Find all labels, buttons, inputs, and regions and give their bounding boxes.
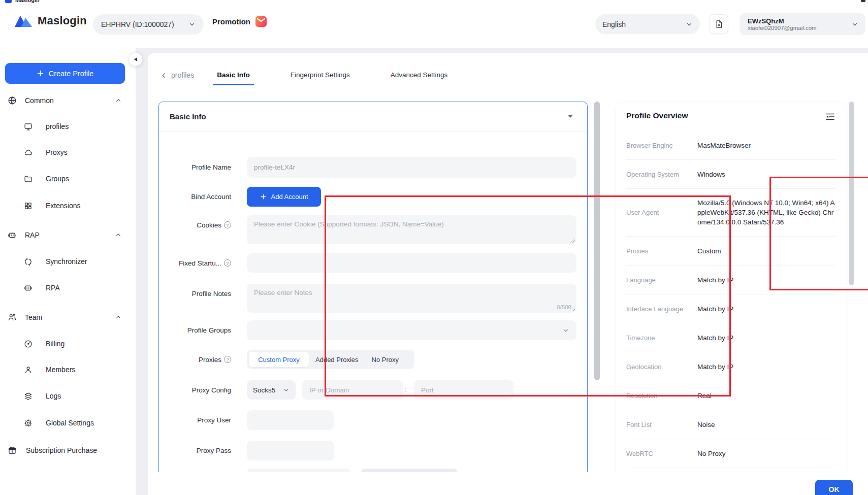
sidebar-item-logs[interactable]: Logs [0,386,136,406]
tab-basic-info[interactable]: Basic Info [207,65,260,85]
chevron-up-icon [115,232,122,241]
sidebar-section-rap[interactable]: RAP [0,225,136,245]
sidebar-item-synchronizer[interactable]: Synchronizer [0,251,136,272]
sidebar-item-extensions[interactable]: Extensions [0,195,136,216]
document-icon [715,19,723,29]
add-account-button[interactable]: Add Account [247,187,321,207]
overview-row-value: Windows [697,170,835,179]
proxy-tab-added-proxies[interactable]: Added Proxies [309,352,365,367]
sidebar-label: Billing [46,340,65,348]
sidebar-collapse-button[interactable] [129,53,142,66]
sidebar-item-members[interactable]: Members [0,359,136,380]
chevron-left-icon [160,72,167,79]
proxy-type-value: Socks5 [253,386,275,394]
sidebar-label: RPA [46,284,60,292]
sidebar-item-groups[interactable]: Groups [0,169,136,189]
sidebar-label: Team [25,313,42,321]
language-selector[interactable]: English [595,14,700,34]
overview-row-operating-system: Operating SystemWindows [626,160,835,189]
profile-overview-title: Profile Overview [626,111,688,120]
overview-row-value: MasMateBrowser [697,141,835,150]
proxy-tab-no-proxy[interactable]: No Proxy [365,352,405,367]
proxy-ip-input[interactable] [302,380,403,400]
overview-row-value: Match by IP [697,304,835,314]
chevron-down-icon [188,21,196,28]
help-icon[interactable] [224,221,231,228]
sidebar-label: Global Settings [46,419,94,427]
sidebar-item-profiles[interactable]: profiles [0,116,136,137]
sidebar-item-proxys[interactable]: Proxys [0,142,136,162]
account-menu[interactable]: EWzSQhzM xiaofei020907@gmail.com [740,13,865,35]
promotion-envelope-icon [255,16,267,27]
overview-list-icon[interactable] [826,113,834,122]
overview-row-language: LanguageMatch by IP [626,266,835,294]
sidebar-label: Members [46,366,75,374]
sidebar-item-billing[interactable]: Billing [0,334,136,354]
brand: Maslogin [14,13,87,28]
chevron-left-icon [134,57,137,61]
breadcrumb-back[interactable]: profiles [160,71,194,79]
overview-row-label: Proxies [626,247,697,255]
fixed-startup-input[interactable] [247,253,576,273]
overview-row-timezone: TimezoneMatch by IP [626,323,835,352]
sidebar-item-subscription-purchase[interactable]: Subscription Purchase [0,440,136,460]
overview-row-webrtc: WebRTCNo Proxy [626,439,835,468]
main-panel: profiles Basic Info Fingerprint Settings… [148,53,868,495]
overview-row-label: Browser Engine [626,142,697,149]
page-scrollbar-thumb[interactable] [849,102,854,285]
overview-row-resolution: ResolutionReal [626,381,835,410]
breadcrumb-label: profiles [171,71,194,79]
workspace-selector[interactable]: EHPHRV (ID:1000027) [93,14,204,35]
billing-icon [23,340,33,348]
profile-name-input[interactable] [247,157,576,178]
proxy-mode-segmented: Custom Proxy Added Proxies No Proxy [247,350,414,369]
proxy-tab-custom-proxy[interactable]: Custom Proxy [249,352,309,367]
app-header: Maslogin EHPHRV (ID:1000027) Promotion E… [0,0,868,48]
overview-row-value: Noise [697,420,835,430]
sidebar-label: RAP [25,231,40,239]
chevron-down-icon [851,21,858,28]
sidebar-item-global-settings[interactable]: Global Settings [0,413,136,433]
help-icon[interactable] [224,356,231,363]
sidebar-label: Logs [46,392,61,400]
proxy-type-select[interactable]: Socks5 [247,380,296,400]
profile-overview-card: Profile Overview Browser EngineMasMateBr… [616,103,846,476]
sync-icon [23,257,33,266]
sidebar-section-team[interactable]: Team [0,307,136,327]
overview-row-value: Custom [697,246,835,256]
profile-notes-textarea[interactable] [247,284,576,313]
layers-icon [23,392,33,401]
form-scrollbar-thumb[interactable] [594,102,600,380]
ok-button[interactable]: OK [815,480,853,495]
footer-bar: OK [148,472,868,495]
create-profile-label: Create Profile [49,70,94,78]
help-icon[interactable] [224,259,231,267]
notes-char-counter: 0/500 [557,304,571,310]
overview-row-label: Operating System [626,171,697,178]
create-profile-button[interactable]: Create Profile [5,63,125,84]
grid-icon [23,202,33,210]
profile-groups-select[interactable] [247,320,576,340]
basic-info-header[interactable]: Basic Info [159,102,587,131]
docs-button[interactable] [710,14,728,34]
proxy-port-input[interactable] [414,380,513,400]
brand-name: Maslogin [38,14,87,27]
sidebar-label: Groups [46,175,69,183]
overview-row-label: Geolocation [626,363,697,371]
bind-account-label: Bind Account [159,187,231,207]
sidebar-section-common[interactable]: Common [0,90,136,111]
sidebar-item-rpa[interactable]: RPA [0,278,136,298]
cookies-textarea[interactable] [247,215,576,244]
overview-row-browser-engine: Browser EngineMasMateBrowser [626,131,835,160]
sidebar: Create Profile CommonprofilesProxysGroup… [0,48,136,495]
basic-info-card: Basic Info Profile Name Bind Account Add… [158,102,588,495]
promotion-link[interactable]: Promotion [212,16,267,27]
basic-info-title: Basic Info [170,112,206,121]
proxy-user-input[interactable] [247,410,334,430]
overview-row-font-list: Font ListNoise [626,410,835,439]
tab-fingerprint-settings[interactable]: Fingerprint Settings [280,65,360,85]
proxy-user-label: Proxy User [159,410,231,430]
proxy-pass-input[interactable] [247,441,334,460]
tab-advanced-settings[interactable]: Advanced Settings [380,65,458,85]
window-title: Maslogin [15,0,40,3]
